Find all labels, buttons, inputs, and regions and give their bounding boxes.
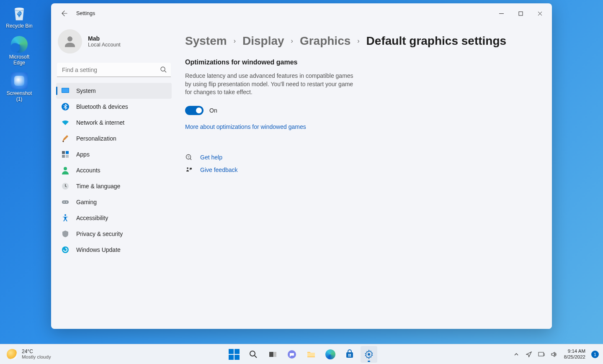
- tray-network-icon[interactable]: [537, 351, 546, 358]
- nav-label: Apps: [76, 151, 90, 158]
- optimizations-toggle[interactable]: [185, 106, 204, 115]
- svg-point-0: [15, 8, 24, 10]
- sidebar-item-time[interactable]: Time & language: [56, 178, 172, 194]
- sidebar-item-gaming[interactable]: Gaming: [56, 194, 172, 210]
- taskbar-clock[interactable]: 9:14 AM 8/25/2022: [562, 349, 587, 359]
- svg-point-15: [66, 202, 67, 203]
- minimize-button[interactable]: [492, 7, 511, 20]
- person-icon: [61, 166, 70, 174]
- breadcrumb-graphics[interactable]: Graphics: [300, 34, 350, 48]
- nav-label: Time & language: [76, 183, 120, 190]
- paintbrush-icon: [61, 134, 70, 143]
- edge-icon: [325, 349, 335, 359]
- svg-point-30: [368, 353, 370, 356]
- desktop: Recycle Bin Microsoft Edge Screenshot (1…: [0, 0, 603, 364]
- content-area: System › Display › Graphics › Default gr…: [177, 23, 552, 329]
- gamepad-icon: [61, 198, 70, 206]
- maximize-button[interactable]: [511, 7, 530, 20]
- taskbar-explorer[interactable]: [303, 346, 320, 363]
- taskbar-search[interactable]: [245, 346, 262, 363]
- svg-rect-22: [269, 352, 273, 357]
- clock-icon: [61, 182, 70, 190]
- svg-rect-5: [62, 88, 69, 92]
- desktop-icon-label: Microsoft Edge: [3, 54, 35, 66]
- tray-location-icon[interactable]: [525, 351, 533, 357]
- accessibility-icon: [61, 214, 70, 222]
- nav-label: Bluetooth & devices: [76, 103, 128, 110]
- gear-icon: [364, 349, 374, 359]
- breadcrumb-current: Default graphics settings: [366, 34, 507, 48]
- task-view-button[interactable]: [264, 346, 281, 363]
- desktop-icon-recycle-bin[interactable]: Recycle Bin: [3, 4, 35, 29]
- tray-volume-icon[interactable]: [550, 351, 558, 358]
- learn-more-link[interactable]: More about optimizations for windowed ga…: [185, 123, 306, 130]
- svg-point-3: [161, 67, 165, 71]
- back-button[interactable]: [59, 8, 70, 19]
- help-section: ? Get help Give feedback: [185, 154, 535, 173]
- search-icon[interactable]: [160, 66, 167, 74]
- sidebar-item-bluetooth[interactable]: Bluetooth & devices: [56, 99, 172, 115]
- apps-icon: [61, 150, 70, 159]
- store-icon: [345, 349, 355, 359]
- section-title: Optimizations for windowed games: [185, 59, 535, 66]
- screenshot-icon: [10, 72, 28, 90]
- sidebar-item-accounts[interactable]: Accounts: [56, 162, 172, 178]
- profile-block[interactable]: Mab Local Account: [56, 25, 172, 61]
- nav-list: System Bluetooth & devices Network & int…: [56, 83, 172, 258]
- taskbar-chat[interactable]: [283, 346, 300, 363]
- svg-rect-1: [519, 12, 523, 15]
- desktop-icon-screenshot[interactable]: Screenshot (1): [3, 72, 35, 103]
- svg-point-17: [62, 246, 69, 253]
- search-input[interactable]: [57, 63, 171, 77]
- nav-label: Privacy & security: [76, 231, 123, 237]
- sidebar-item-network[interactable]: Network & internet: [56, 115, 172, 131]
- recycle-bin-icon: [10, 4, 28, 23]
- chevron-right-icon: ›: [357, 37, 359, 45]
- window-title: Settings: [76, 10, 95, 16]
- desktop-icons: Recycle Bin Microsoft Edge Screenshot (1…: [3, 4, 35, 103]
- sidebar-item-privacy[interactable]: Privacy & security: [56, 226, 172, 242]
- edge-icon: [10, 35, 28, 54]
- sidebar-item-apps[interactable]: Apps: [56, 146, 172, 162]
- svg-rect-7: [62, 151, 65, 154]
- svg-point-14: [64, 202, 65, 203]
- clock-date: 8/25/2022: [564, 354, 585, 360]
- sidebar-item-update[interactable]: Windows Update: [56, 242, 172, 258]
- svg-rect-31: [539, 352, 544, 356]
- tray-chevron-up-icon[interactable]: [512, 352, 521, 357]
- taskbar-settings[interactable]: [361, 346, 377, 363]
- chevron-right-icon: ›: [291, 37, 293, 45]
- chat-icon: [287, 349, 297, 359]
- help-icon: ?: [185, 154, 193, 161]
- svg-point-11: [64, 167, 67, 170]
- close-button[interactable]: [530, 7, 549, 20]
- feedback-link[interactable]: Give feedback: [200, 167, 238, 173]
- taskbar-weather[interactable]: 24°C Mostly cloudy: [0, 349, 51, 360]
- weather-temp: 24°C: [22, 349, 51, 354]
- start-button[interactable]: [226, 346, 242, 363]
- breadcrumb-display[interactable]: Display: [242, 34, 284, 48]
- desktop-icon-label: Screenshot (1): [3, 91, 35, 103]
- svg-rect-13: [62, 200, 69, 204]
- weather-desc: Mostly cloudy: [22, 354, 51, 360]
- shield-icon: [61, 230, 70, 238]
- taskbar-center: [226, 346, 377, 363]
- desktop-icon-label: Recycle Bin: [6, 23, 32, 29]
- breadcrumb-system[interactable]: System: [185, 34, 227, 48]
- taskbar-store[interactable]: [341, 346, 358, 363]
- desktop-icon-edge[interactable]: Microsoft Edge: [3, 35, 35, 66]
- sidebar-item-accessibility[interactable]: Accessibility: [56, 210, 172, 226]
- get-help-link[interactable]: Get help: [200, 154, 222, 161]
- settings-window: Settings Mab Local Account: [51, 3, 552, 329]
- taskbar-edge[interactable]: [322, 346, 339, 363]
- feedback-icon: [185, 167, 193, 173]
- profile-name: Mab: [88, 35, 121, 42]
- notification-badge[interactable]: 1: [591, 351, 599, 358]
- sidebar-item-personalization[interactable]: Personalization: [56, 131, 172, 146]
- bluetooth-icon: [61, 103, 70, 111]
- system-tray: 9:14 AM 8/25/2022 1: [512, 349, 599, 359]
- svg-rect-26: [348, 354, 350, 355]
- search-icon: [249, 350, 258, 359]
- sidebar-item-system[interactable]: System: [56, 83, 172, 99]
- display-icon: [61, 87, 70, 95]
